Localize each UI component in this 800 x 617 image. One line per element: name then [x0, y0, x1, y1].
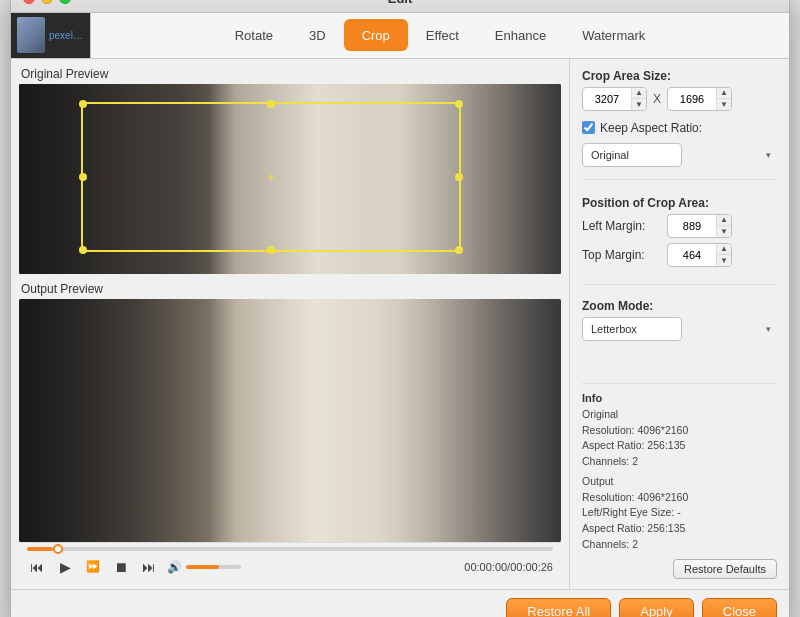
- info-output-eye: Left/Right Eye Size: -: [582, 505, 777, 521]
- aspect-ratio-section: Keep Aspect Ratio:: [582, 121, 777, 135]
- position-label: Position of Crop Area:: [582, 196, 777, 210]
- output-video-bg: [19, 299, 561, 542]
- tab-effect[interactable]: Effect: [408, 19, 477, 51]
- height-spin-buttons: ▲ ▼: [716, 88, 731, 110]
- top-margin-increase-button[interactable]: ▲: [717, 244, 731, 255]
- left-margin-spin-buttons: ▲ ▼: [716, 215, 731, 237]
- height-decrease-button[interactable]: ▼: [717, 99, 731, 110]
- crop-handle-middle-right[interactable]: [455, 173, 463, 181]
- info-output-section: Output Resolution: 4096*2160 Left/Right …: [582, 474, 777, 553]
- apply-button[interactable]: Apply: [619, 598, 694, 618]
- output-preview-container: Output Preview ⏮ ▶ ⏩ ⏹: [19, 282, 561, 581]
- skip-to-end-button[interactable]: ⏭: [139, 557, 159, 577]
- info-output-channels: Channels: 2: [582, 537, 777, 553]
- main-content: Original Preview +: [11, 59, 789, 589]
- original-preview-video: +: [19, 84, 561, 274]
- width-spin-buttons: ▲ ▼: [631, 88, 646, 110]
- crop-handle-bottom-right[interactable]: [455, 246, 463, 254]
- position-section: Position of Crop Area: Left Margin: ▲ ▼ …: [582, 196, 777, 272]
- top-margin-label: Top Margin:: [582, 248, 667, 262]
- info-original-section: Original Resolution: 4096*2160 Aspect Ra…: [582, 407, 777, 470]
- info-output-title: Output: [582, 474, 777, 490]
- tab-watermark[interactable]: Watermark: [564, 19, 663, 51]
- thumbnail-area: pexels-cot...: [11, 12, 91, 58]
- width-decrease-button[interactable]: ▼: [632, 99, 646, 110]
- tab-3d[interactable]: 3D: [291, 19, 344, 51]
- traffic-lights: [23, 0, 71, 4]
- top-margin-input-wrap: ▲ ▼: [667, 243, 732, 267]
- original-preview-label: Original Preview: [19, 67, 561, 81]
- restore-all-button[interactable]: Restore All: [506, 598, 611, 618]
- zoom-mode-select[interactable]: Letterbox Crop Pan & Scan Full: [582, 317, 682, 341]
- divider-2: [582, 284, 777, 285]
- crop-handle-top-center[interactable]: [267, 100, 275, 108]
- time-display: 00:00:00/00:00:26: [464, 561, 553, 573]
- keep-aspect-checkbox[interactable]: [582, 121, 595, 134]
- keep-aspect-label: Keep Aspect Ratio:: [600, 121, 702, 135]
- right-panel: Crop Area Size: ▲ ▼ X ▲ ▼: [569, 59, 789, 589]
- close-window-button[interactable]: [23, 0, 35, 4]
- preview-area: Original Preview +: [11, 59, 569, 589]
- top-margin-input[interactable]: [668, 247, 716, 263]
- zoom-dropdown-wrap: Letterbox Crop Pan & Scan Full ▾: [582, 317, 777, 341]
- output-curtain-overlay: [19, 299, 561, 542]
- restore-defaults-row: Restore Defaults: [582, 559, 777, 579]
- aspect-ratio-select[interactable]: Original 16:9 4:3 1:1 Custom: [582, 143, 682, 167]
- info-original-title: Original: [582, 407, 777, 423]
- crop-height-input[interactable]: [668, 91, 716, 107]
- zoom-dropdown-arrow: ▾: [766, 324, 771, 334]
- tab-crop[interactable]: Crop: [344, 19, 408, 51]
- title-bar: Edit: [11, 0, 789, 13]
- original-video-bg: +: [19, 84, 561, 274]
- info-section: Info Original Resolution: 4096*2160 Aspe…: [582, 383, 777, 579]
- volume-bar[interactable]: [186, 565, 241, 569]
- info-output-resolution: Resolution: 4096*2160: [582, 490, 777, 506]
- crop-handle-bottom-left[interactable]: [79, 246, 87, 254]
- left-margin-increase-button[interactable]: ▲: [717, 215, 731, 226]
- playback-bar: ⏮ ▶ ⏩ ⏹ ⏭ 🔊 00:00:00/00:00:26: [19, 542, 561, 581]
- restore-defaults-button[interactable]: Restore Defaults: [673, 559, 777, 579]
- crop-handle-bottom-center[interactable]: [267, 246, 275, 254]
- left-margin-decrease-button[interactable]: ▼: [717, 226, 731, 237]
- tab-rotate[interactable]: Rotate: [217, 19, 291, 51]
- tab-bar: Rotate 3D Crop Effect Enhance Watermark: [91, 13, 789, 58]
- bottom-bar: Restore All Apply Close: [11, 589, 789, 618]
- minimize-window-button[interactable]: [41, 0, 53, 4]
- crop-box[interactable]: +: [81, 102, 461, 252]
- crop-center-indicator: +: [267, 169, 275, 185]
- crop-handle-top-right[interactable]: [455, 100, 463, 108]
- x-separator: X: [653, 92, 661, 106]
- left-margin-input[interactable]: [668, 218, 716, 234]
- info-output-aspect: Aspect Ratio: 256:135: [582, 521, 777, 537]
- volume-fill: [186, 565, 219, 569]
- crop-handle-middle-left[interactable]: [79, 173, 87, 181]
- height-increase-button[interactable]: ▲: [717, 88, 731, 99]
- close-button[interactable]: Close: [702, 598, 777, 618]
- maximize-window-button[interactable]: [59, 0, 71, 4]
- tab-enhance[interactable]: Enhance: [477, 19, 564, 51]
- width-input-wrap: ▲ ▼: [582, 87, 647, 111]
- width-increase-button[interactable]: ▲: [632, 88, 646, 99]
- crop-size-label: Crop Area Size:: [582, 69, 777, 83]
- aspect-dropdown-arrow: ▾: [766, 150, 771, 160]
- stop-button[interactable]: ⏹: [111, 557, 131, 577]
- progress-bar-container[interactable]: [27, 547, 553, 551]
- crop-size-section: Crop Area Size: ▲ ▼ X ▲ ▼: [582, 69, 777, 111]
- zoom-mode-label: Zoom Mode:: [582, 299, 777, 313]
- crop-handle-top-left[interactable]: [79, 100, 87, 108]
- thumbnail-image: [17, 17, 45, 53]
- playback-controls: ⏮ ▶ ⏩ ⏹ ⏭ 🔊 00:00:00/00:00:26: [27, 557, 553, 577]
- play-button[interactable]: ▶: [55, 557, 75, 577]
- thumbnail-label: pexels-cot...: [49, 30, 84, 41]
- divider-1: [582, 179, 777, 180]
- left-margin-input-wrap: ▲ ▼: [667, 214, 732, 238]
- left-margin-label: Left Margin:: [582, 219, 667, 233]
- crop-width-input[interactable]: [583, 91, 631, 107]
- main-window: Edit pexels-cot... Rotate 3D Crop Effect…: [10, 0, 790, 617]
- progress-bar-fill: [27, 547, 53, 551]
- info-title: Info: [582, 392, 777, 404]
- top-margin-decrease-button[interactable]: ▼: [717, 255, 731, 266]
- volume-area: 🔊: [167, 560, 241, 574]
- step-forward-button[interactable]: ⏩: [83, 557, 103, 577]
- skip-to-start-button[interactable]: ⏮: [27, 557, 47, 577]
